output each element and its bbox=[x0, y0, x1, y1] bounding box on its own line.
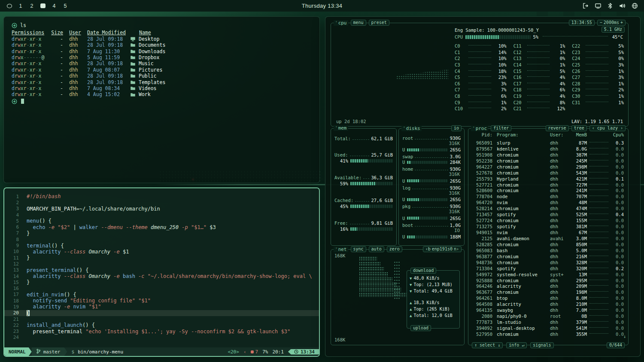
editor-line[interactable]: 20} bbox=[4, 310, 319, 316]
proc-row[interactable]: 713457spotifydhh525M0.4 bbox=[472, 211, 624, 217]
proc-row[interactable]: 963877chromiumdhh216M0.0 bbox=[472, 253, 624, 259]
proc-row[interactable]: 527678chromiumdhh543M0.0 bbox=[472, 170, 624, 176]
editor-line[interactable]: 13present_terminal() { bbox=[4, 267, 319, 273]
editor-line[interactable]: 23 present_terminal "echo 'Installing $1… bbox=[4, 329, 319, 335]
proc-row[interactable]: 2080napi/phy0-0root0B0.0 bbox=[472, 313, 624, 319]
iface-name: enp191s0 bbox=[432, 247, 453, 252]
proc-header-pid[interactable]: Pid: bbox=[472, 132, 492, 137]
proc-row[interactable]: 255793Hyprlanddhh421M0.1 bbox=[472, 176, 624, 182]
editor-line[interactable]: 4 bbox=[4, 212, 319, 218]
sort-column-control[interactable]: ‹ cpu lazy › bbox=[589, 125, 626, 131]
workspace-5[interactable]: 5 bbox=[63, 3, 68, 9]
proc-row[interactable]: 777873lm-studiodhh379M0.0 bbox=[472, 319, 624, 325]
io-mode-button[interactable]: io bbox=[451, 125, 462, 131]
editor-line[interactable]: 16 bbox=[4, 285, 319, 291]
mem-box-title: mem bbox=[334, 125, 348, 131]
core-row: C010% bbox=[455, 43, 507, 49]
editor-line[interactable]: 18 notify-send "Editing config file" "$1… bbox=[4, 298, 319, 304]
bluetooth-icon[interactable] bbox=[608, 3, 613, 9]
proc-row[interactable]: 528600chromiumdhh241M0.0 bbox=[472, 188, 624, 194]
proc-row[interactable]: 2125avahi-daemonavahi3.0M0.0 bbox=[472, 235, 624, 241]
upload-arrow-icon: ▲ bbox=[410, 307, 412, 311]
signals-button[interactable]: signals bbox=[530, 342, 553, 348]
scroll-percent: 7% bbox=[262, 349, 268, 355]
proc-row[interactable]: 713304spotifydhh320M0.2 bbox=[472, 265, 624, 272]
tree-button[interactable]: tree bbox=[571, 125, 587, 131]
iface-prev-button[interactable]: ‹b bbox=[425, 247, 431, 252]
proc-row[interactable]: 527950chromiumdhh355M0.0 bbox=[472, 331, 624, 337]
proc-row[interactable]: 879567kdenlivedhh8.0G0.0 bbox=[472, 146, 624, 152]
editor-line[interactable]: 17edit_in_nvim() { bbox=[4, 292, 319, 298]
proc-row[interactable]: 964508alacrittydhh210M0.0 bbox=[472, 301, 624, 307]
editor-line[interactable]: 15} bbox=[4, 279, 319, 285]
proc-header-user[interactable]: User: bbox=[550, 132, 570, 137]
proc-row[interactable]: 778704nodedhh707M0.0 bbox=[472, 193, 624, 199]
workspace-circle[interactable] bbox=[7, 4, 12, 8]
proc-row[interactable]: 394092signal-desktopdhh541M0.0 bbox=[472, 325, 624, 331]
net-interface-switcher[interactable]: ‹b enp191s0 n› bbox=[423, 246, 462, 252]
proc-row[interactable]: 964135swaybgdhh7.0M0.0 bbox=[472, 307, 624, 313]
mem-box: mem Total:62,1 GiBUsed:25,7 GiB41%Availa… bbox=[331, 128, 397, 246]
editor-line[interactable]: 10 alacritty --class Omarchy -e $1 bbox=[4, 249, 319, 255]
editor-line[interactable]: 14 alacritty --class Omarchy -e bash -c … bbox=[4, 273, 319, 279]
editor-line[interactable]: 8 bbox=[4, 236, 319, 242]
proc-row[interactable]: 925888chromiumdhh295M0.0 bbox=[472, 278, 624, 284]
globe-icon[interactable] bbox=[632, 3, 638, 9]
workspace-4[interactable]: 4 bbox=[52, 3, 57, 9]
net-sync-button[interactable]: sync bbox=[351, 246, 366, 252]
proc-row[interactable]: 964720nvimdhh48M0.0 bbox=[472, 199, 624, 205]
interval-plus-button[interactable]: + bbox=[620, 20, 623, 25]
proc-row[interactable]: 964227chromiumdhh298M0.0 bbox=[472, 164, 624, 170]
editor-line[interactable]: 1#!/bin/bash bbox=[4, 193, 319, 199]
editor-line[interactable]: 9terminal() { bbox=[4, 242, 319, 248]
workspace-2[interactable]: 2 bbox=[29, 3, 34, 9]
menu-button[interactable]: menu bbox=[351, 20, 366, 26]
select-control[interactable]: ↑ select ↓ bbox=[472, 342, 503, 348]
workspace-1[interactable]: 1 bbox=[18, 3, 23, 9]
proc-row[interactable]: 964261btopdhh8.0M0.0 bbox=[472, 295, 624, 301]
proc-row[interactable]: 951908chromiumdhh387M0.0 bbox=[472, 152, 624, 158]
proc-row[interactable]: 964246alacrittydhh209M0.0 bbox=[472, 284, 624, 290]
iface-next-button[interactable]: n› bbox=[454, 247, 459, 252]
proc-row[interactable]: 527721chromiumdhh727M0.0 bbox=[472, 182, 624, 188]
editor-line[interactable]: 3OMARCHY_BIN_PATH=~/.local/share/omarchy… bbox=[4, 206, 319, 212]
proc-header-program[interactable]: Program: bbox=[492, 132, 550, 137]
proc-row[interactable]: 965083bashdhh5.0M0.0 bbox=[472, 247, 624, 253]
volume-icon[interactable] bbox=[619, 3, 626, 9]
proc-row[interactable]: 963677chromiumdhh198M0.0 bbox=[472, 289, 624, 295]
net-zero-button[interactable]: zero bbox=[387, 246, 402, 252]
workspace-active[interactable] bbox=[40, 3, 46, 8]
proc-row[interactable]: 713275spotifydhh381M0.0 bbox=[472, 223, 624, 229]
editor-line[interactable]: 19 alacritty -e nvim "$1" bbox=[4, 304, 319, 310]
editor-line[interactable]: 7} bbox=[4, 230, 319, 236]
interval-minus-button[interactable]: − bbox=[600, 20, 602, 25]
editor-line[interactable]: 2 bbox=[4, 199, 319, 205]
proc-row[interactable]: 965091slurpdhh87M0.3 bbox=[472, 140, 624, 146]
screen-share-icon[interactable] bbox=[595, 3, 601, 9]
update-interval-control[interactable]: − 2000ms + bbox=[597, 20, 626, 26]
proc-row[interactable]: 528214chromiumdhh474M0.0 bbox=[472, 205, 624, 211]
proc-header-cpu[interactable]: Cpu% bbox=[611, 132, 624, 137]
proc-row[interactable]: 952238chromiumdhh245M0.0 bbox=[472, 158, 624, 164]
editor-line[interactable]: 6 echo -e "$2" | walker --dmenu --theme … bbox=[4, 224, 319, 230]
info-button[interactable]: info ↵ bbox=[506, 342, 527, 348]
editor-line[interactable]: 22install_and_launch() { bbox=[4, 322, 319, 328]
preset-button[interactable]: preset bbox=[369, 20, 389, 26]
net-auto-button[interactable]: auto bbox=[369, 246, 384, 252]
editor-line[interactable]: 11} bbox=[4, 255, 319, 261]
editor-line[interactable]: 5menu() { bbox=[4, 218, 319, 224]
proc-row[interactable]: 527724chromiumdhh155M0.0 bbox=[472, 217, 624, 223]
download-arrow-icon: ▼ bbox=[410, 276, 412, 281]
proc-row[interactable]: 549972systemd-resolvesyst+13M0.0 bbox=[472, 272, 624, 278]
proc-header-mem[interactable]: MemB bbox=[570, 132, 587, 137]
scroll-down-icon[interactable]: ↓ bbox=[623, 334, 626, 339]
logout-icon[interactable] bbox=[582, 3, 589, 9]
filter-button[interactable]: filter bbox=[491, 125, 511, 131]
proc-row[interactable]: 528285chromiumdhh850M0.0 bbox=[472, 241, 624, 247]
proc-row[interactable]: 948736chromiumdhh328M0.0 bbox=[472, 259, 624, 265]
editor-line[interactable]: 12 bbox=[4, 261, 319, 267]
editor-line[interactable]: 21 bbox=[4, 316, 319, 322]
editor-line[interactable]: 24 bbox=[4, 335, 319, 341]
reverse-button[interactable]: reverse bbox=[546, 125, 569, 131]
proc-row[interactable]: 949015nvimdhh67M0.0 bbox=[472, 229, 624, 235]
